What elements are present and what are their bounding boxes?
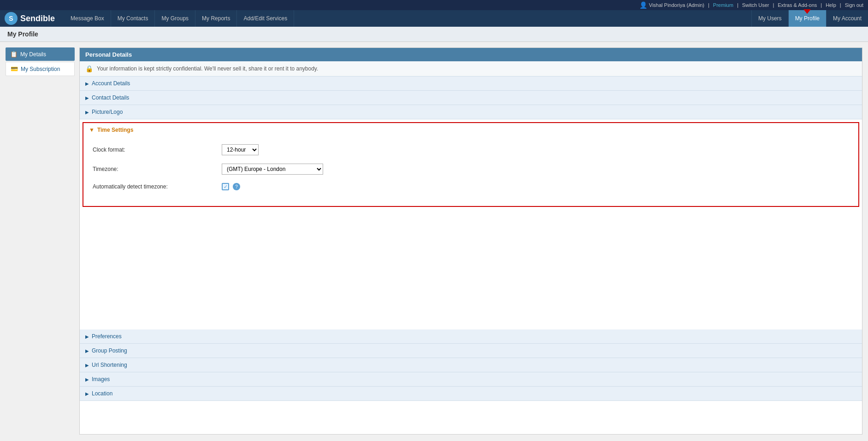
timezone-label: Timezone: — [93, 166, 222, 172]
account-details-section: ▶ Account Details — [80, 76, 862, 91]
nav-left: S Sendible Message Box My Contacts My Gr… — [0, 10, 294, 27]
tab-my-groups[interactable]: My Groups — [155, 10, 195, 27]
tab-my-profile[interactable]: My Profile — [788, 10, 826, 27]
time-settings-toggle[interactable]: ▼ Time Settings — [83, 123, 858, 137]
location-arrow: ▶ — [85, 391, 89, 396]
logo-text: Sendible — [20, 14, 55, 24]
username: Vishal Pindoriya (Admin) — [649, 2, 704, 8]
auto-detect-row: Automatically detect timezone: ? — [93, 183, 849, 190]
images-toggle[interactable]: ▶ Images — [80, 372, 862, 386]
auto-detect-label: Automatically detect timezone: — [93, 183, 222, 190]
time-settings-body: Clock format: 12-hour 24-hour Timezone: … — [83, 137, 858, 206]
lock-icon: 🔒 — [85, 65, 93, 72]
contact-details-section: ▶ Contact Details — [80, 91, 862, 105]
url-shortening-arrow: ▶ — [85, 363, 89, 368]
auto-detect-help-icon[interactable]: ? — [233, 183, 240, 190]
top-bar: 👤 Vishal Pindoriya (Admin) | Premium | S… — [0, 0, 868, 10]
sidebar-item-my-details[interactable]: 📋 My Details — [6, 47, 75, 61]
extras-link[interactable]: Extras & Add-ons — [778, 2, 817, 8]
logo-icon: S — [5, 12, 18, 25]
sidebar-item-my-subscription[interactable]: 💳 My Subscription — [6, 62, 75, 76]
premium-link[interactable]: Premium — [713, 2, 733, 8]
location-section: ▶ Location — [80, 387, 862, 401]
picture-logo-section: ▶ Picture/Logo — [80, 105, 862, 119]
images-arrow: ▶ — [85, 377, 89, 382]
logo: S Sendible — [5, 12, 64, 25]
timezone-select[interactable]: (GMT) Europe - London (GMT-5) America - … — [222, 164, 323, 175]
tab-my-reports[interactable]: My Reports — [195, 10, 237, 27]
nav-bar: S Sendible Message Box My Contacts My Gr… — [0, 10, 868, 27]
picture-logo-toggle[interactable]: ▶ Picture/Logo — [80, 105, 862, 119]
tab-my-contacts[interactable]: My Contacts — [111, 10, 155, 27]
group-posting-toggle[interactable]: ▶ Group Posting — [80, 344, 862, 358]
time-settings-section: ▼ Time Settings Clock format: 12-hour 24… — [83, 122, 859, 207]
account-details-toggle[interactable]: ▶ Account Details — [80, 76, 862, 90]
group-posting-arrow: ▶ — [85, 348, 89, 353]
tab-my-account[interactable]: My Account — [826, 10, 868, 27]
info-bar: 🔒 Your information is kept strictly conf… — [80, 61, 862, 76]
url-shortening-toggle[interactable]: ▶ Url Shortening — [80, 358, 862, 372]
my-details-icon: 📋 — [10, 51, 18, 58]
personal-details-header: Personal Details — [80, 48, 862, 61]
group-posting-section: ▶ Group Posting — [80, 344, 862, 358]
user-icon: 👤 — [639, 1, 647, 9]
picture-logo-arrow: ▶ — [85, 110, 89, 115]
content-spacer — [80, 210, 862, 329]
user-info: 👤 Vishal Pindoriya (Admin) — [639, 1, 704, 9]
auto-detect-checkbox-group: ? — [222, 183, 240, 190]
tab-add-edit-services[interactable]: Add/Edit Services — [237, 10, 294, 27]
images-section: ▶ Images — [80, 372, 862, 387]
content-panel: Personal Details 🔒 Your information is k… — [79, 47, 862, 435]
contact-details-toggle[interactable]: ▶ Contact Details — [80, 91, 862, 105]
preferences-section: ▶ Preferences — [80, 329, 862, 344]
nav-tabs: Message Box My Contacts My Groups My Rep… — [64, 10, 294, 27]
nav-right: My Users My Profile My Account — [751, 10, 868, 27]
preferences-arrow: ▶ — [85, 334, 89, 339]
auto-detect-checkbox[interactable] — [222, 183, 229, 190]
red-arrow-icon — [803, 9, 811, 14]
contact-details-arrow: ▶ — [85, 95, 89, 100]
main-layout: 📋 My Details 💳 My Subscription Personal … — [0, 42, 868, 440]
tab-message-box[interactable]: Message Box — [64, 10, 111, 27]
timezone-row: Timezone: (GMT) Europe - London (GMT-5) … — [93, 164, 849, 175]
clock-format-select[interactable]: 12-hour 24-hour — [222, 144, 259, 155]
account-details-arrow: ▶ — [85, 81, 89, 86]
help-link[interactable]: Help — [826, 2, 836, 8]
my-subscription-icon: 💳 — [11, 65, 18, 72]
preferences-toggle[interactable]: ▶ Preferences — [80, 329, 862, 343]
sidebar: 📋 My Details 💳 My Subscription — [6, 47, 75, 435]
page-title-bar: My Profile — [0, 27, 868, 42]
time-settings-arrow: ▼ — [89, 127, 94, 133]
location-toggle[interactable]: ▶ Location — [80, 387, 862, 400]
switch-user-link[interactable]: Switch User — [742, 2, 769, 8]
clock-format-label: Clock format: — [93, 147, 222, 153]
page-title: My Profile — [7, 30, 861, 38]
url-shortening-section: ▶ Url Shortening — [80, 358, 862, 372]
clock-format-row: Clock format: 12-hour 24-hour — [93, 144, 849, 155]
sign-out-link[interactable]: Sign out — [845, 2, 863, 8]
page: My Profile 📋 My Details 💳 My Subscriptio… — [0, 27, 868, 440]
tab-my-users[interactable]: My Users — [751, 10, 788, 27]
